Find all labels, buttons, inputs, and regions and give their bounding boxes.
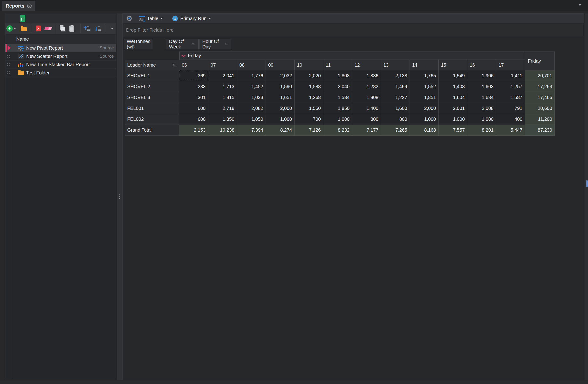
row-total-cell[interactable]: 17,466	[525, 92, 555, 103]
vertical-scrollbar-thumb[interactable]	[586, 180, 588, 187]
cell[interactable]: 1,050	[237, 114, 266, 125]
sidebar-item-test-folder[interactable]: Test Folder	[5, 69, 116, 77]
column-header-10[interactable]: 10	[294, 60, 323, 70]
list-header-row[interactable]: Name	[5, 34, 116, 44]
cell[interactable]: 600	[179, 114, 208, 125]
settings-gear-icon[interactable]	[126, 16, 132, 21]
erase-button[interactable]	[45, 23, 51, 34]
grand-total-cell[interactable]: 7,177	[352, 125, 381, 136]
cell[interactable]: 1,000	[439, 114, 467, 125]
cell[interactable]: 1,776	[237, 70, 266, 81]
column-chip-day-of-week[interactable]: Day Of Week	[166, 39, 199, 49]
cell[interactable]: 283	[179, 81, 208, 92]
cell[interactable]: 1,552	[410, 81, 439, 92]
cell[interactable]: 1,268	[294, 92, 323, 103]
row-header[interactable]: SHOVEL 3	[125, 92, 179, 103]
grand-total-cell[interactable]: 7,557	[439, 125, 467, 136]
column-header-09[interactable]: 09	[266, 60, 294, 70]
view-type-label[interactable]: Table	[147, 16, 158, 21]
row-header[interactable]: FEL001	[125, 103, 179, 114]
column-header-13[interactable]: 13	[381, 60, 410, 70]
cell[interactable]: 1,033	[237, 92, 266, 103]
drag-handle-icon[interactable]	[7, 71, 10, 74]
cell[interactable]: 1,000	[266, 114, 294, 125]
cell[interactable]: 1,684	[467, 92, 496, 103]
cell[interactable]: 791	[496, 103, 525, 114]
grand-total-cell[interactable]: 8,232	[323, 125, 352, 136]
cell[interactable]: 1,587	[496, 92, 525, 103]
grand-total-cell[interactable]: 8,201	[467, 125, 496, 136]
grand-total-cell[interactable]: 8,274	[266, 125, 294, 136]
cell[interactable]: 1,549	[439, 70, 467, 81]
row-header[interactable]: SHOVEL 1	[125, 70, 179, 81]
cell[interactable]: 1,590	[266, 81, 294, 92]
cell[interactable]: 1,603	[467, 81, 496, 92]
grand-total-cell[interactable]: 5,447	[496, 125, 525, 136]
cell[interactable]: 1,000	[467, 114, 496, 125]
cell[interactable]: 1,851	[410, 92, 439, 103]
sort-descending-button[interactable]	[95, 23, 101, 34]
grand-total-intersection-cell[interactable]: 87,230	[525, 125, 555, 136]
cell[interactable]: 1,651	[266, 92, 294, 103]
cell[interactable]: 1,282	[352, 81, 381, 92]
row-total-cell[interactable]: 20,701	[525, 70, 555, 81]
grand-total-cell[interactable]: 2,153	[179, 125, 208, 136]
cell[interactable]: 2,718	[208, 103, 237, 114]
cell[interactable]: 600	[179, 103, 208, 114]
total-column-header[interactable]: Friday	[525, 51, 555, 70]
cell[interactable]: 1,588	[294, 81, 323, 92]
cell[interactable]: 2,001	[439, 103, 467, 114]
cell[interactable]: 1,808	[323, 70, 352, 81]
grand-total-cell[interactable]: 10,238	[208, 125, 237, 136]
cell[interactable]: 800	[352, 114, 381, 125]
cell[interactable]: 2,008	[467, 103, 496, 114]
vertical-scrollbar-track[interactable]	[585, 13, 588, 380]
column-header-07[interactable]: 07	[208, 60, 237, 70]
row-total-cell[interactable]: 11,200	[525, 114, 555, 125]
cell[interactable]: 2,138	[381, 70, 410, 81]
cell[interactable]: 1,403	[439, 81, 467, 92]
drag-handle-icon[interactable]	[7, 55, 10, 58]
sidebar-item-new-scatter-report[interactable]: New Scatter Report Source	[5, 52, 116, 61]
cell[interactable]: 2,000	[266, 103, 294, 114]
grand-total-cell[interactable]: 8,168	[410, 125, 439, 136]
grand-total-cell[interactable]: 7,394	[237, 125, 266, 136]
grand-total-cell[interactable]: 7,126	[294, 125, 323, 136]
row-header[interactable]: FEL002	[125, 114, 179, 125]
copy-button[interactable]	[60, 23, 65, 34]
grand-total-row-header[interactable]: Grand Total	[125, 125, 179, 136]
column-header-15[interactable]: 15	[439, 60, 467, 70]
cell[interactable]: 400	[496, 114, 525, 125]
panel-splitter[interactable]	[117, 13, 122, 380]
cell[interactable]: 301	[179, 92, 208, 103]
cell[interactable]: 1,886	[352, 70, 381, 81]
column-header-17[interactable]: 17	[496, 60, 525, 70]
add-report-chevron-down-icon[interactable]	[14, 23, 16, 34]
cell[interactable]: 1,600	[381, 103, 410, 114]
cell[interactable]: 1,915	[208, 92, 237, 103]
cell[interactable]: 2,000	[410, 103, 439, 114]
cell[interactable]: 2,082	[237, 103, 266, 114]
group-header-friday[interactable]: Friday	[179, 51, 525, 60]
column-header-08[interactable]: 08	[237, 60, 266, 70]
export-green-file-icon[interactable]	[20, 15, 25, 22]
column-header-16[interactable]: 16	[467, 60, 496, 70]
collapse-chevron-down-icon[interactable]	[181, 53, 186, 57]
cell[interactable]: 1,604	[439, 92, 467, 103]
cell[interactable]: 1,713	[208, 81, 237, 92]
cell[interactable]: 700	[294, 114, 323, 125]
cell[interactable]: 2,040	[323, 81, 352, 92]
run-selector-chevron-down-icon[interactable]	[209, 18, 211, 19]
cell[interactable]: 1,000	[323, 114, 352, 125]
close-icon[interactable]	[27, 3, 32, 8]
cell[interactable]: 2,020	[294, 70, 323, 81]
cell[interactable]: 1,850	[208, 114, 237, 125]
column-header-06[interactable]: 06	[179, 60, 208, 70]
cell[interactable]: 1,499	[381, 81, 410, 92]
cell[interactable]: 1,808	[352, 92, 381, 103]
delete-button[interactable]: ✕	[36, 23, 41, 34]
row-total-cell[interactable]: 20,600	[525, 103, 555, 114]
sort-ascending-button[interactable]	[84, 23, 91, 34]
cell[interactable]: 800	[381, 114, 410, 125]
row-total-cell[interactable]: 17,263	[525, 81, 555, 92]
